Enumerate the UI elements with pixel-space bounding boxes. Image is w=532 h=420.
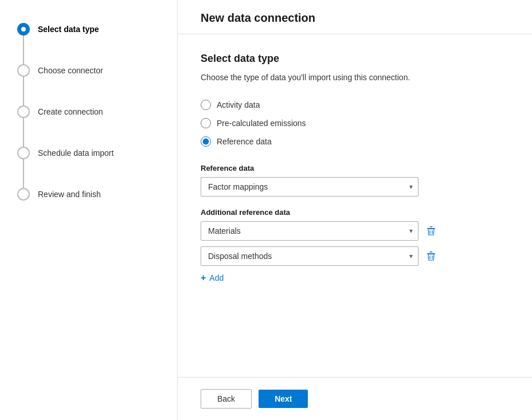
- step-indicator-3: [17, 105, 30, 147]
- delete-disposal-button[interactable]: [423, 248, 439, 264]
- materials-select-container: Materials Products Suppliers ▾: [201, 221, 418, 241]
- back-button[interactable]: Back: [201, 389, 252, 409]
- data-type-radio-group: Activity data Pre-calculated emissions R…: [201, 100, 509, 147]
- step-indicator-1: [17, 23, 30, 64]
- additional-reference-data-label: Additional reference data: [201, 208, 509, 217]
- plus-icon: +: [201, 273, 206, 283]
- next-button[interactable]: Next: [259, 390, 308, 408]
- main-panel: New data connection Select data type Cho…: [178, 0, 532, 420]
- add-button-label: Add: [209, 273, 224, 282]
- step-label-4: Schedule data import: [38, 147, 114, 159]
- radio-label-pre-calculated: Pre-calculated emissions: [217, 119, 306, 128]
- radio-input-reference-data[interactable]: [201, 136, 211, 147]
- add-reference-data-button[interactable]: + Add: [201, 270, 224, 285]
- additional-selects-list: Materials Products Suppliers ▾: [201, 221, 509, 266]
- step-indicator-5: [17, 188, 30, 201]
- description-text: Choose the type of data you'll import us…: [201, 72, 441, 84]
- step-circle-2: [17, 64, 30, 77]
- reference-data-label: Reference data: [201, 164, 509, 172]
- section-title: Select data type: [201, 53, 509, 65]
- radio-activity-data[interactable]: Activity data: [201, 100, 509, 110]
- step-line-4: [23, 159, 24, 188]
- page-header: New data connection: [178, 0, 532, 34]
- step-circle-3: [17, 105, 30, 118]
- step-select-data-type: Select data type: [17, 23, 160, 64]
- reference-data-select-container: Factor mappings Emission factors Calcula…: [201, 177, 418, 197]
- step-review-and-finish: Review and finish: [17, 188, 160, 201]
- step-label-3: Create connection: [38, 105, 103, 118]
- radio-pre-calculated[interactable]: Pre-calculated emissions: [201, 118, 509, 128]
- step-line-2: [23, 77, 24, 105]
- step-label-5: Review and finish: [38, 188, 101, 201]
- additional-reference-data-field: Additional reference data Materials Prod…: [201, 208, 509, 285]
- step-choose-connector: Choose connector: [17, 64, 160, 105]
- step-label-1: Select data type: [38, 23, 99, 36]
- step-indicator-4: [17, 147, 30, 188]
- disposal-methods-select-wrapper: Disposal methods Transport modes Energy …: [201, 246, 509, 266]
- materials-select[interactable]: Materials Products Suppliers: [201, 221, 418, 241]
- step-create-connection: Create connection: [17, 105, 160, 147]
- radio-reference-data[interactable]: Reference data: [201, 136, 509, 147]
- sidebar: Select data type Choose connector Create…: [0, 0, 178, 420]
- step-circle-1: [17, 23, 30, 36]
- radio-input-activity-data[interactable]: [201, 100, 211, 110]
- disposal-methods-select[interactable]: Disposal methods Transport modes Energy …: [201, 246, 418, 266]
- step-circle-4: [17, 147, 30, 159]
- step-circle-5: [17, 188, 30, 201]
- reference-data-field: Reference data Factor mappings Emission …: [201, 164, 509, 197]
- trash-icon-2: [425, 250, 437, 262]
- trash-icon: [425, 225, 437, 237]
- footer: Back Next: [178, 377, 532, 420]
- radio-input-pre-calculated[interactable]: [201, 118, 211, 128]
- main-content: Select data type Choose the type of data…: [178, 34, 532, 377]
- step-line-1: [23, 36, 24, 64]
- svg-rect-5: [430, 252, 433, 253]
- reference-data-select[interactable]: Factor mappings Emission factors Calcula…: [201, 177, 418, 197]
- page-container: Select data type Choose connector Create…: [0, 0, 532, 420]
- radio-label-reference-data: Reference data: [217, 137, 272, 146]
- step-line-3: [23, 118, 24, 147]
- delete-materials-button[interactable]: [423, 223, 439, 239]
- svg-rect-1: [430, 226, 433, 227]
- radio-label-activity-data: Activity data: [217, 100, 260, 109]
- disposal-methods-select-container: Disposal methods Transport modes Energy …: [201, 246, 418, 266]
- step-schedule-data-import: Schedule data import: [17, 147, 160, 188]
- page-title: New data connection: [201, 11, 509, 25]
- step-label-2: Choose connector: [38, 64, 103, 77]
- step-indicator-2: [17, 64, 30, 105]
- materials-select-wrapper: Materials Products Suppliers ▾: [201, 221, 509, 241]
